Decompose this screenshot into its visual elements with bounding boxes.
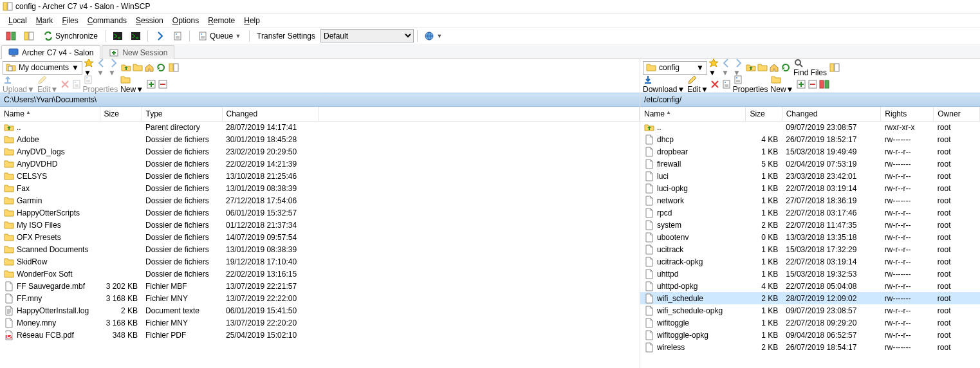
remote-path[interactable]: /etc/config/ — [640, 93, 980, 107]
table-row[interactable]: FF Sauvegarde.mbf3 202 KBFichier MBF13/0… — [0, 280, 640, 292]
table-row[interactable]: luci1 KB23/03/2018 23:42:01rw-r--r--root — [640, 170, 980, 182]
transfer-preset-select[interactable]: Default — [320, 29, 414, 42]
table-row[interactable]: FaxDossier de fichiers13/01/2019 08:38:3… — [0, 182, 640, 194]
new-button[interactable]: New▼ — [771, 75, 794, 94]
table-row[interactable]: ucitrack-opkg1 KB22/07/2018 03:19:14rw-r… — [640, 255, 980, 268]
table-row[interactable]: CELSYSDossier de fichiers13/10/2018 21:2… — [0, 170, 640, 182]
table-row[interactable]: AdobeDossier de fichiers30/01/2019 18:45… — [0, 133, 640, 145]
col-name[interactable]: Name▲ — [0, 107, 100, 121]
properties-button[interactable]: Properties — [83, 75, 118, 94]
table-row[interactable]: ..09/07/2019 23:08:57rwxr-xr-xroot — [640, 121, 980, 133]
col-size[interactable]: Size — [746, 107, 782, 121]
properties-button[interactable]: Properties — [733, 75, 768, 94]
table-row[interactable]: AnyDVD_logsDossier de fichiers23/02/2019… — [0, 145, 640, 158]
home-button[interactable] — [144, 62, 154, 73]
nav-back-button[interactable]: ▼ — [721, 58, 732, 77]
menu-files[interactable]: Files — [57, 15, 82, 26]
rename-button[interactable] — [721, 79, 732, 89]
edit-button[interactable]: Edit▼ — [37, 75, 59, 94]
invert-select-button[interactable] — [819, 79, 829, 89]
menu-local[interactable]: Local — [4, 15, 32, 26]
console-button[interactable] — [127, 29, 144, 43]
menu-help[interactable]: Help — [239, 15, 264, 26]
table-row[interactable]: GarminDossier de fichiers27/12/2018 17:5… — [0, 194, 640, 207]
select-none-button[interactable] — [808, 79, 818, 89]
home-button[interactable] — [769, 62, 779, 73]
select-all-button[interactable] — [146, 79, 156, 89]
col-owner[interactable]: Owner — [934, 107, 980, 121]
remote-file-list[interactable]: Name▲ Size Changed Rights Owner ..09/07/… — [640, 107, 980, 368]
table-row[interactable]: SkidRowDossier de fichiers19/12/2018 17:… — [0, 255, 640, 268]
menu-remote[interactable]: Remote — [203, 15, 239, 26]
refresh-button[interactable] — [156, 62, 166, 73]
menu-commands[interactable]: Commands — [83, 15, 131, 26]
delete-button[interactable] — [710, 79, 720, 89]
parent-dir-button[interactable] — [121, 62, 131, 73]
nav-forward-button[interactable]: ▼ — [733, 58, 743, 77]
table-row[interactable]: luci-opkg1 KB22/07/2018 03:19:14rw-r--r-… — [640, 182, 980, 194]
col-changed[interactable]: Changed — [782, 107, 881, 121]
select-none-button[interactable] — [158, 79, 168, 89]
table-row[interactable]: rpcd1 KB22/07/2018 03:17:46rw-r--r--root — [640, 207, 980, 219]
table-row[interactable]: uhttpd1 KB15/03/2018 19:32:53rw-------ro… — [640, 268, 980, 280]
table-row[interactable]: network1 KB27/07/2018 18:36:19rw-------r… — [640, 194, 980, 207]
parent-dir-button[interactable] — [746, 62, 756, 73]
local-path[interactable]: C:\Users\Yvan\Documents\ — [0, 93, 640, 107]
local-drive-select[interactable]: My documents ▼ — [3, 61, 82, 75]
new-button[interactable]: New▼ — [120, 75, 143, 94]
table-row[interactable]: AnyDVDHDDossier de fichiers22/02/2019 14… — [0, 158, 640, 170]
rename-button[interactable] — [71, 79, 82, 89]
col-changed[interactable]: Changed — [222, 107, 319, 121]
sync-browse-button[interactable] — [21, 29, 37, 43]
table-row[interactable]: Scanned DocumentsDossier de fichiers13/0… — [0, 243, 640, 255]
table-row[interactable]: dhcp4 KB26/07/2019 18:52:17rw-------root — [640, 133, 980, 145]
tab-new-session[interactable]: New Session — [102, 45, 174, 59]
terminal-button[interactable] — [109, 29, 126, 43]
select-all-button[interactable] — [796, 79, 806, 89]
table-row[interactable]: My ISO FilesDossier de fichiers01/12/201… — [0, 219, 640, 231]
col-type[interactable]: Type — [142, 107, 222, 121]
col-name[interactable]: Name▲ — [640, 107, 746, 121]
download-button[interactable]: Download▼ — [643, 75, 685, 94]
local-file-list[interactable]: Name▲ Size Type Changed ..Parent directo… — [0, 107, 640, 368]
table-row[interactable]: OFX PresetsDossier de fichiers14/07/2019… — [0, 231, 640, 243]
table-row[interactable]: wifi_schedule-opkg1 KB09/07/2019 23:08:5… — [640, 304, 980, 317]
bookmark-button[interactable]: ▼ — [708, 58, 719, 77]
synchronize-button[interactable]: Synchronize — [39, 29, 102, 43]
table-row[interactable]: dropbear1 KB15/03/2018 19:49:49rw-r--r--… — [640, 145, 980, 158]
menu-options[interactable]: Options — [168, 15, 203, 26]
root-dir-button[interactable] — [133, 62, 143, 73]
remote-drive-select[interactable]: config ▼ — [643, 61, 707, 75]
table-row[interactable]: ..Parent directory28/07/2019 14:17:41 — [0, 121, 640, 133]
table-row[interactable]: ubootenv0 KB13/03/2018 13:35:18rw-r--r--… — [640, 231, 980, 243]
col-rights[interactable]: Rights — [881, 107, 934, 121]
table-row[interactable]: wireless2 KB26/07/2019 18:54:17rw-------… — [640, 341, 980, 353]
table-row[interactable]: Money.mny3 168 KBFichier MNY13/07/2019 2… — [0, 317, 640, 329]
find-files-button[interactable]: Find Files — [793, 58, 827, 77]
menu-mark[interactable]: Mark — [32, 15, 58, 26]
table-row[interactable]: Réseau FCB.pdf348 KBFichier PDF25/04/201… — [0, 329, 640, 341]
table-row[interactable]: WonderFox SoftDossier de fichiers22/02/2… — [0, 268, 640, 280]
table-row[interactable]: system2 KB22/07/2018 11:47:35rw-r--r--ro… — [640, 219, 980, 231]
transfer-resume-button[interactable] — [151, 29, 168, 43]
menu-session[interactable]: Session — [131, 15, 168, 26]
reconnect-button[interactable]: ▼ — [421, 29, 446, 43]
table-row[interactable]: HappyOtterScriptsDossier de fichiers06/0… — [0, 207, 640, 219]
compare-dirs-button[interactable] — [3, 29, 19, 43]
table-row[interactable]: wifitoggle-opkg1 KB09/04/2018 06:52:57rw… — [640, 329, 980, 341]
root-dir-button[interactable] — [757, 62, 768, 73]
table-row[interactable]: wifitoggle1 KB22/07/2018 09:29:20rw-r--r… — [640, 317, 980, 329]
upload-button[interactable]: Upload▼ — [3, 75, 35, 94]
col-size[interactable]: Size — [100, 107, 142, 121]
transfer-settings-button[interactable] — [169, 29, 186, 43]
tab-session[interactable]: Archer C7 v4 - Salon — [1, 45, 100, 59]
table-row[interactable]: ucitrack1 KB15/03/2018 17:32:29rw-r--r--… — [640, 243, 980, 255]
table-row[interactable]: FF.mny3 168 KBFichier MNY13/07/2019 22:2… — [0, 292, 640, 304]
sync-dirs-button[interactable] — [169, 62, 179, 73]
refresh-button[interactable] — [781, 62, 791, 73]
table-row[interactable]: firewall5 KB02/04/2019 07:53:19rw-------… — [640, 158, 980, 170]
delete-button[interactable] — [60, 79, 70, 89]
table-row[interactable]: uhttpd-opkg4 KB22/07/2018 05:04:08rw-r--… — [640, 280, 980, 292]
edit-button[interactable]: Edit▼ — [687, 75, 708, 94]
sync-dirs-button[interactable] — [829, 62, 840, 73]
